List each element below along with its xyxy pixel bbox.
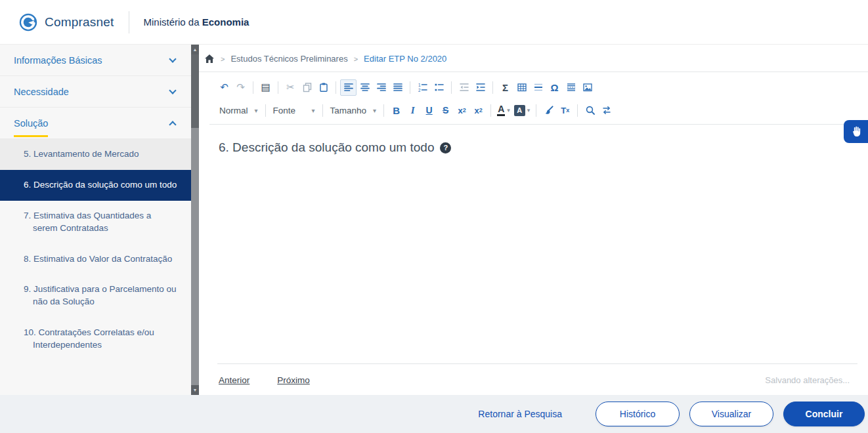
accessibility-hands-icon — [850, 125, 863, 138]
sidebar-item-7-estimativa-quantidades[interactable]: 7. Estimativa das Quantidades a serem Co… — [0, 201, 191, 244]
sidebar-item-5-levantamento[interactable]: 5. Levantamento de Mercado — [0, 139, 191, 170]
superscript-base: x — [475, 106, 479, 115]
chevron-down-icon — [169, 55, 176, 62]
align-left-icon[interactable] — [340, 79, 357, 96]
comprasnet-logo[interactable]: Comprasnet — [18, 12, 114, 32]
chevron-down-icon: ▾ — [373, 107, 376, 114]
scrollbar-thumb[interactable] — [191, 54, 199, 128]
concluir-button[interactable]: Concluir — [783, 402, 865, 426]
return-to-search-link[interactable]: Retornar à Pesquisa — [478, 409, 562, 419]
toolbar-separator — [253, 81, 253, 94]
italic-icon[interactable]: I — [404, 102, 421, 119]
insert-image-icon[interactable] — [579, 79, 596, 96]
help-icon[interactable]: ? — [440, 142, 451, 154]
sidebar-section-solucao[interactable]: Solução — [0, 108, 191, 139]
align-center-icon[interactable] — [357, 79, 373, 96]
subscript-icon[interactable]: x2 — [454, 102, 470, 119]
superscript-icon[interactable]: x2 — [470, 102, 487, 119]
text-color-icon[interactable]: A ▾ — [495, 102, 512, 119]
home-icon[interactable] — [204, 54, 215, 64]
chevron-down-icon: ▾ — [255, 107, 258, 114]
sidebar-item-8-estimativa-valor[interactable]: 8. Estimativa do Valor da Contratação — [0, 244, 191, 275]
ordered-list-digit: 2 — [418, 88, 421, 93]
breadcrumb-separator: > — [354, 55, 358, 63]
sidebar-item-6-descricao[interactable]: 6. Descrição da solução como um todo — [0, 170, 191, 201]
sidebar-scrollbar[interactable]: ▲ ▼ — [191, 45, 199, 395]
editor-content[interactable]: 6. Descrição da solução como um todo ? — [199, 125, 868, 363]
toolbar-separator — [490, 104, 491, 117]
next-link[interactable]: Próximo — [277, 375, 310, 385]
toolbar-separator — [383, 104, 384, 117]
ministry-bold: Economia — [202, 16, 250, 28]
action-footer: Retornar à Pesquisa Histórico Visualizar… — [0, 395, 868, 433]
editor-toolbar: ↶ ↷ ▤ ✂ — [199, 72, 868, 124]
toolbar-separator — [492, 81, 493, 94]
page-break-icon[interactable] — [563, 79, 579, 96]
font-size-dropdown[interactable]: Tamanho ▾ — [327, 106, 380, 115]
horizontal-line-icon[interactable] — [530, 79, 546, 96]
historico-button[interactable]: Histórico — [596, 402, 680, 426]
sidebar-item-10-contratacoes[interactable]: 10. Contratações Correlatas e/ou Interde… — [0, 318, 191, 361]
scroll-up-arrow-icon[interactable]: ▲ — [191, 45, 199, 54]
bold-icon[interactable]: B — [388, 102, 404, 119]
decrease-indent-icon[interactable] — [456, 79, 472, 96]
background-color-icon[interactable]: A ▾ — [512, 102, 532, 119]
toolbar-separator — [278, 81, 278, 94]
formula-icon[interactable]: Σ — [497, 79, 513, 96]
increase-indent-icon[interactable] — [472, 79, 488, 96]
paste-icon[interactable] — [315, 79, 332, 96]
section-heading: 6. Descrição da solução como um todo ? — [219, 140, 848, 155]
accessibility-vlibras-button[interactable] — [844, 120, 868, 143]
sidebar-item-9-justificativa[interactable]: 9. Justificativa para o Parcelamento ou … — [0, 274, 191, 318]
toolbar-separator — [410, 81, 410, 94]
section-heading-text: 6. Descrição da solução como um todo — [219, 140, 434, 155]
numbered-list-icon[interactable]: 12 — [414, 79, 431, 96]
chevron-down-icon: ▾ — [507, 107, 510, 113]
ministry-title: Ministério da Economia — [144, 16, 250, 28]
breadcrumb-separator: > — [221, 55, 225, 63]
find-replace-icon[interactable] — [598, 102, 615, 119]
bulleted-list-icon[interactable] — [431, 79, 447, 96]
subscript-digit: 2 — [463, 107, 466, 113]
app-window: Comprasnet Ministério da Economia Inform… — [0, 0, 868, 433]
show-blocks-icon[interactable]: ▤ — [257, 79, 274, 96]
paragraph-format-value: Normal — [219, 106, 248, 115]
superscript-digit: 2 — [479, 107, 483, 113]
previous-link[interactable]: Anterior — [219, 375, 250, 385]
toolbar-separator — [336, 81, 336, 94]
breadcrumb-link-estudos[interactable]: Estudos Técnicos Preliminares — [230, 54, 347, 64]
breadcrumb-current-editar-etp[interactable]: Editar ETP No 2/2020 — [364, 54, 446, 64]
font-value: Fonte — [273, 106, 296, 115]
special-character-icon[interactable]: Ω — [546, 79, 563, 96]
insert-table-icon[interactable] — [513, 79, 530, 96]
strikethrough-icon[interactable]: S — [437, 102, 454, 119]
toolbar-separator — [322, 104, 323, 117]
redo-icon[interactable]: ↷ — [232, 79, 249, 96]
brand-name: Comprasnet — [45, 15, 114, 30]
align-justify-icon[interactable] — [389, 79, 406, 96]
search-icon[interactable] — [582, 102, 598, 119]
underline-icon[interactable]: U — [421, 102, 437, 119]
section-label: Informações Básicas — [14, 47, 102, 74]
copy-formatting-icon[interactable] — [540, 102, 557, 119]
sidebar-section-informacoes-basicas[interactable]: Informações Básicas — [0, 45, 191, 76]
align-right-icon[interactable] — [373, 79, 389, 96]
font-dropdown[interactable]: Fonte ▾ — [270, 106, 318, 115]
chevron-down-icon: ▾ — [312, 107, 315, 114]
copy-icon[interactable] — [299, 79, 315, 96]
scroll-down-arrow-icon[interactable]: ▼ — [191, 385, 199, 395]
main-panel: > Estudos Técnicos Preliminares > Editar… — [199, 45, 868, 395]
editor-footer: Anterior Próximo Salvando alterações... — [217, 363, 857, 395]
undo-icon[interactable]: ↶ — [216, 79, 232, 96]
cut-icon[interactable]: ✂ — [282, 79, 299, 96]
chevron-down-icon: ▾ — [527, 107, 531, 113]
text-color-letter: A — [497, 104, 505, 116]
paragraph-format-dropdown[interactable]: Normal ▾ — [216, 106, 261, 115]
breadcrumb: > Estudos Técnicos Preliminares > Editar… — [199, 45, 868, 72]
sidebar: Informações Básicas Necessidade Solução … — [0, 45, 191, 395]
ministry-prefix: Ministério da — [144, 16, 200, 28]
sidebar-section-necessidade[interactable]: Necessidade — [0, 76, 191, 108]
visualizar-button[interactable]: Visualizar — [689, 402, 773, 426]
remove-format-icon[interactable]: Tx — [557, 102, 573, 119]
toolbar-separator — [265, 104, 266, 117]
